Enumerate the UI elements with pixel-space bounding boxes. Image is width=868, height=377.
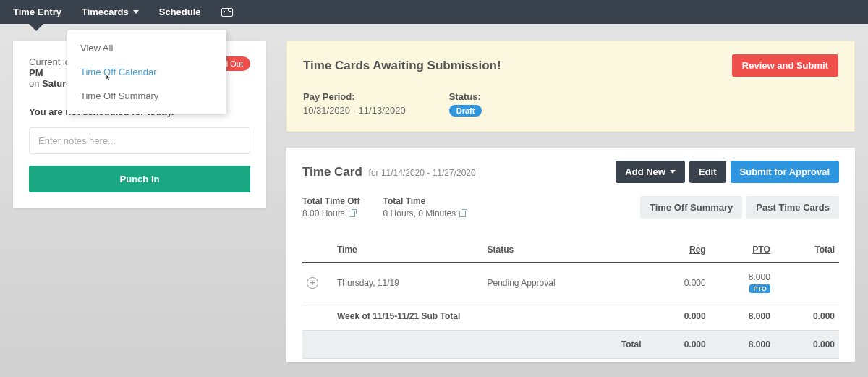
subtotal-row: Week of 11/15-11/21 Sub Total 0.000 8.00…	[302, 302, 839, 331]
chevron-down-icon	[670, 170, 676, 174]
submit-approval-button[interactable]: Submit for Approval	[731, 161, 839, 183]
grandtotal-label: Total	[483, 331, 646, 359]
totals-right: Time Off Summary Past Time Cards	[640, 196, 839, 219]
nav-mail[interactable]	[221, 8, 233, 17]
status-block: Status: Draft	[449, 91, 482, 117]
past-time-cards-button[interactable]: Past Time Cards	[746, 196, 839, 219]
timecard-actions: Add New Edit Submit for Approval	[616, 161, 839, 183]
total-time-off-value: 8.00 Hours	[302, 208, 345, 219]
grandtotal-reg: 0.000	[646, 331, 710, 359]
punch-line3-prefix: on	[29, 78, 42, 89]
col-reg[interactable]: Reg	[646, 237, 710, 263]
subtotal-pto: 8.000	[710, 302, 775, 331]
timecard-panel: Time Card for 11/14/2020 - 11/27/2020 Ad…	[286, 148, 855, 362]
timecard-table: Time Status Reg PTO Total + Thursday, 11…	[302, 237, 839, 359]
status-label: Status:	[449, 91, 482, 102]
dropdown-item-label: Time Off Summary	[80, 90, 158, 101]
total-time-off-label: Total Time Off	[302, 196, 360, 206]
col-total: Total	[775, 237, 839, 263]
dropdown-item-label: Time Off Calendar	[80, 67, 157, 77]
external-link-icon[interactable]	[459, 211, 466, 217]
row-date: Thursday, 11/19	[333, 263, 483, 302]
col-status: Status	[483, 237, 646, 263]
punch-in-button[interactable]: Punch In	[29, 166, 250, 192]
dropdown-time-off-summary[interactable]: Time Off Summary	[67, 84, 226, 108]
total-time-block: Total Time 0 Hours, 0 Minutes	[383, 196, 467, 219]
right-column: Time Cards Awaiting Submission! Review a…	[286, 41, 855, 362]
dropdown-view-all[interactable]: View All	[67, 36, 226, 60]
review-submit-button[interactable]: Review and Submit	[732, 54, 838, 77]
col-time: Time	[333, 237, 483, 263]
punch-line2: PM	[29, 67, 43, 78]
dropdown-time-off-calendar[interactable]: Time Off Calendar	[67, 60, 226, 84]
chevron-down-icon	[133, 10, 139, 14]
pay-period-value: 10/31/2020 - 11/13/2020	[303, 105, 406, 116]
total-time-label: Total Time	[383, 196, 467, 206]
totals-left: Total Time Off 8.00 Hours Total Time 0 H…	[302, 196, 466, 219]
row-pto-cell: 8.000 PTO	[710, 263, 775, 302]
add-new-button[interactable]: Add New	[616, 161, 685, 183]
pay-period-label: Pay Period:	[303, 91, 406, 102]
cursor-icon	[106, 75, 114, 83]
grandtotal-total: 0.000	[775, 331, 839, 359]
nav-schedule-label: Schedule	[159, 7, 201, 17]
nav-time-entry-label: Time Entry	[13, 7, 61, 17]
subtotal-reg: 0.000	[646, 302, 710, 331]
grandtotal-pto: 8.000	[710, 331, 775, 359]
notes-input[interactable]	[29, 127, 250, 154]
row-reg: 0.000	[646, 263, 710, 302]
time-off-summary-button[interactable]: Time Off Summary	[640, 196, 742, 219]
timecard-range: 11/14/2020 - 11/27/2020	[381, 168, 476, 178]
table-row: + Thursday, 11/19 Pending Approval 0.000…	[302, 263, 839, 302]
nav-timecards[interactable]: Timecards	[82, 7, 139, 17]
external-link-icon[interactable]	[349, 211, 355, 217]
mail-icon	[221, 8, 233, 17]
nav-schedule[interactable]: Schedule	[159, 7, 201, 17]
row-total	[775, 263, 839, 302]
edit-button[interactable]: Edit	[689, 161, 726, 183]
total-time-off-block: Total Time Off 8.00 Hours	[302, 196, 360, 219]
total-row: Total 0.000 8.000 0.000	[302, 331, 839, 359]
dropdown-item-label: View All	[80, 43, 113, 54]
timecard-title-text: Time Card	[302, 165, 362, 179]
draft-badge: Draft	[449, 105, 482, 117]
pay-period-block: Pay Period: 10/31/2020 - 11/13/2020	[303, 91, 406, 117]
timecard-title: Time Card for 11/14/2020 - 11/27/2020	[302, 165, 476, 179]
awaiting-submission-panel: Time Cards Awaiting Submission! Review a…	[286, 41, 855, 132]
top-nav: Time Entry Timecards Schedule	[0, 0, 868, 24]
alert-title: Time Cards Awaiting Submission!	[303, 59, 501, 73]
subtotal-total: 0.000	[775, 302, 839, 331]
expand-row-icon[interactable]: +	[307, 277, 318, 289]
row-status: Pending Approval	[483, 263, 646, 302]
nav-time-entry[interactable]: Time Entry	[13, 7, 61, 17]
nav-timecards-label: Timecards	[82, 7, 129, 17]
add-new-label: Add New	[625, 166, 665, 177]
subtotal-label: Week of 11/15-11/21 Sub Total	[333, 302, 646, 331]
pto-badge: PTO	[749, 284, 770, 293]
timecard-range-prefix: for	[369, 168, 381, 178]
timecards-dropdown: View All Time Off Calendar Time Off Summ…	[67, 30, 226, 114]
col-pto[interactable]: PTO	[710, 237, 775, 263]
row-pto: 8.000	[715, 272, 770, 282]
total-time-value: 0 Hours, 0 Minutes	[383, 208, 456, 219]
